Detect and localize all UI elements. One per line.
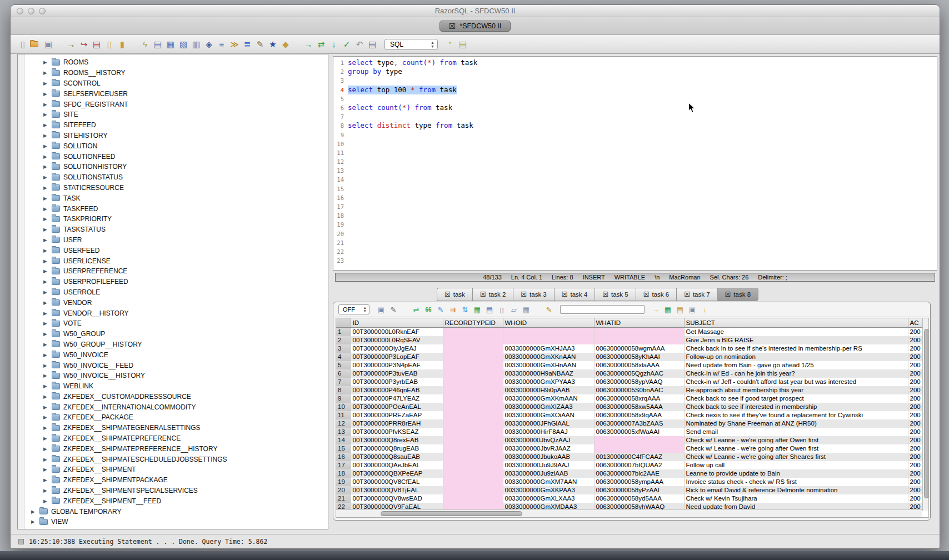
cell-id[interactable]: 00T3000000POeAnEAL [351,403,443,411]
cell-recordtypeid[interactable] [443,386,503,394]
cell-whatid[interactable]: 006300000058yPzAAI [594,486,684,494]
table-row[interactable]: 500T3000000P3N4pEAF0033000000GmXHnAAN006… [336,361,922,369]
result-tab-task-3[interactable]: ☒task 3 [513,288,553,301]
tree-item-zkfedex__shipment__feed[interactable]: ▶ZKFEDEX__SHIPMENT__FEED [24,496,328,506]
tree-scrollbar[interactable] [18,54,24,529]
row-number[interactable]: 20 [336,486,351,494]
cell-ac[interactable]: 200 [908,336,922,344]
table-row[interactable]: 1600T3000000Q8sauEAB0033000000JbukoAAB00… [336,453,922,461]
cell-whatid[interactable]: 006300000058ympAAA [594,478,684,486]
table-row[interactable]: 100T3000000L0RknEAFGet Massage200 [336,327,922,336]
tree-item-zkfedex__package[interactable]: ▶ZKFEDEX__PACKAGE [24,412,328,423]
cell-id[interactable]: 00T3000000QV8CfEAL [351,478,443,486]
close-tab-icon[interactable]: ☒ [521,291,527,298]
disclosure-triangle-icon[interactable]: ▶ [43,394,50,399]
cell-ac[interactable]: 200 [908,386,922,394]
row-number[interactable]: 8 [336,386,351,394]
disconnect-icon[interactable]: ↪ [78,38,89,50]
close-tab-icon[interactable]: ☒ [480,291,486,298]
disclosure-triangle-icon[interactable]: ▶ [43,279,50,284]
result-tab-task[interactable]: ☒task [437,288,472,301]
disclosure-triangle-icon[interactable]: ▶ [43,383,50,389]
cell-recordtypeid[interactable] [443,336,503,344]
cell-whatid[interactable] [594,436,684,444]
outline-icon[interactable]: ▤ [457,38,468,50]
undo-icon[interactable]: ↶ [354,38,365,50]
cell-subject[interactable]: Check back to see if good target prospec… [684,394,908,403]
clipboard-icon[interactable]: ▤ [675,304,685,314]
disclosure-triangle-icon[interactable]: ▶ [43,446,50,452]
tree-item-userfeed[interactable]: ▶USERFEED [24,245,328,256]
history-icon[interactable]: ▤ [367,38,378,50]
column-header-subject[interactable]: SUBJECT [684,318,908,327]
editor-line[interactable]: 16 [333,193,937,202]
disclosure-triangle-icon[interactable]: ▶ [43,70,50,76]
cell-id[interactable]: 00T3000000Q8sauEAB [351,453,443,461]
new-file-icon[interactable]: ▯ [17,38,28,50]
tree-item-taskpriority[interactable]: ▶TASKPRIORITY [24,214,328,224]
horizontal-scrollbar[interactable] [336,509,922,517]
table-row[interactable]: 300T3000000OiyJgEAJ0033000000GmXHJAA3006… [336,344,922,353]
cell-ac[interactable]: 200 [908,344,922,353]
editor-line[interactable]: 5 [333,94,937,103]
cell-id[interactable]: 00T3000000P3N4pEAF [351,361,443,369]
disclosure-triangle-icon[interactable]: ▶ [43,404,50,410]
editor-line[interactable]: 8select distinct type from task [333,121,937,130]
db-object-icon[interactable]: ▮ [117,38,128,50]
editor-line[interactable]: 3 [333,76,937,85]
tree-item-vote[interactable]: ▶VOTE [24,318,328,329]
row-number[interactable]: 18 [336,469,351,478]
disclosure-triangle-icon[interactable]: ▶ [43,216,50,222]
connect-icon[interactable]: → [66,38,77,50]
tree-item-w50_invoice__history[interactable]: ▶W50_INVOICE__HISTORY [24,371,328,381]
disclosure-triangle-icon[interactable]: ▶ [43,143,50,149]
editor-line[interactable]: 2group by type [333,67,937,76]
cell-subject[interactable]: Invoice status check - check w/ RS first [684,478,908,486]
cell-subject[interactable]: Check nexis to see if they've found a re… [684,411,908,419]
cell-whatid[interactable]: 0013000000C4fFCAAZ [594,453,684,461]
disclosure-triangle-icon[interactable]: ▶ [43,363,50,368]
cell-recordtypeid[interactable] [443,369,503,378]
table-row[interactable]: 1100T3000000PREZaEAP0033000000GmXOiAAN00… [336,411,922,419]
edit-icon[interactable]: ✎ [254,38,266,50]
row-number[interactable]: 10 [336,403,351,411]
cell-id[interactable]: 00T3000000Q8rexEAB [351,436,443,444]
edit-results-icon[interactable]: ✎ [436,304,446,314]
disclosure-triangle-icon[interactable]: ▶ [43,174,50,180]
cell-whatid[interactable] [594,444,684,453]
close-tab-icon[interactable]: ☒ [684,291,690,298]
row-number[interactable]: 21 [336,494,351,503]
cell-whoid[interactable]: 0033000000HirF8AAJ [503,428,594,436]
cell-whatid[interactable]: 00630000007A3bZAAS [594,419,684,428]
tree-item-userprofilefeed[interactable]: ▶USERPROFILEFEED [24,277,328,287]
table-row[interactable]: 1900T3000000QV8CfEAL0033000000GmXM7AAN00… [336,478,922,486]
editor-line[interactable]: 17 [333,202,937,211]
cell-id[interactable]: 00T3000000P3tuvEAB [351,369,443,378]
cell-recordtypeid[interactable] [443,327,503,336]
open-file-icon[interactable] [30,38,41,50]
align-icon[interactable]: ≣ [242,38,253,50]
cell-id[interactable]: 00T3000000QAeJbEAL [351,461,443,469]
view-contents-icon[interactable]: ▦ [165,38,176,50]
cell-subject[interactable]: Give Jenn a BIG RAISE [684,336,908,344]
cell-recordtypeid[interactable] [443,419,503,428]
fetch-icon[interactable]: ↓ [328,38,339,50]
cell-subject[interactable]: Check back to see if interested in membe… [684,403,908,411]
select-star-icon[interactable]: 66 [423,304,433,314]
disclosure-triangle-icon[interactable]: ▶ [43,352,50,358]
tree-item-zkfedex__shipmategeneralsettings[interactable]: ▶ZKFEDEX__SHIPMATEGENERALSETTINGS [24,423,328,433]
cell-whatid[interactable]: 006300000058xlaAAA [594,361,684,369]
export-results-icon[interactable]: ▦ [663,304,673,314]
generate-sql-icon[interactable]: ▧ [178,38,189,50]
results-search-input[interactable] [560,305,645,314]
cell-recordtypeid[interactable] [443,494,503,503]
cell-whatid[interactable]: 006300000058xw5AAA [594,403,684,411]
disclosure-triangle-icon[interactable]: ▶ [31,509,38,514]
row-number[interactable]: 3 [336,344,351,353]
cell-ac[interactable]: 200 [908,353,922,361]
editor-line[interactable]: 1select type, count(*) from task [333,58,937,67]
table-copy-icon[interactable]: ▦ [521,304,531,314]
editor-line[interactable]: 6select count(*) from task [333,103,937,112]
result-tab-task-8[interactable]: ☒task 8 [717,288,758,301]
column-header-ac[interactable]: AC [908,318,922,327]
